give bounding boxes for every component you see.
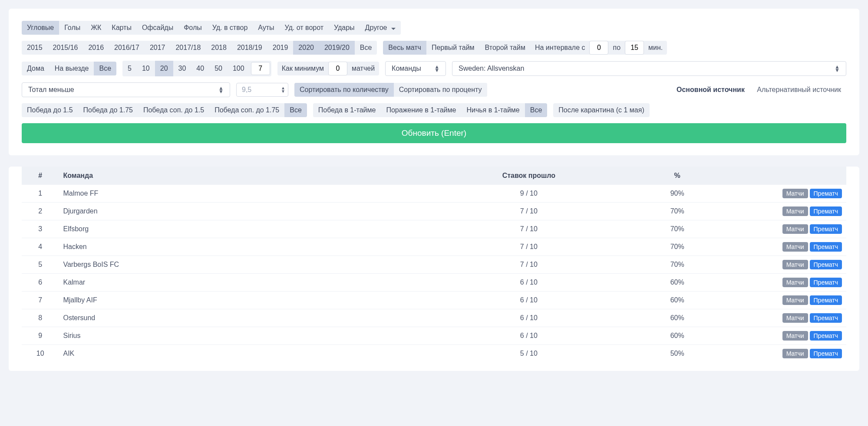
venue-2[interactable]: Все [94,62,116,75]
count-20[interactable]: 20 [155,61,173,76]
period-2[interactable]: Второй тайм [480,41,531,55]
update-button[interactable]: Обновить (Enter) [22,123,846,143]
teams-select[interactable]: Команды [385,61,446,76]
season-tab-3[interactable]: 2016/17 [109,41,145,55]
stat-tab-4[interactable]: Офсайды [137,21,178,35]
cell-team: Sirius [59,327,438,345]
cell-actions: МатчиПрематч [735,256,846,274]
prematch-button[interactable]: Прематч [810,349,842,358]
prematch-button[interactable]: Прематч [810,278,842,287]
season-tab-7[interactable]: 2018/19 [232,41,267,55]
matches-button[interactable]: Матчи [782,189,808,198]
half-3[interactable]: Все [525,103,548,117]
prematch-button[interactable]: Прематч [810,189,842,198]
count-100[interactable]: 100 [228,61,250,76]
count-custom-input[interactable] [251,62,270,75]
table-row: 4Hacken7 / 1070%МатчиПрематч [22,238,846,256]
matches-button[interactable]: Матчи [782,224,808,234]
wins-3[interactable]: Победа соп. до 1.75 [209,103,284,117]
count-50[interactable]: 50 [209,61,228,76]
half-0[interactable]: Победа в 1-тайме [313,103,381,117]
season-tab-1[interactable]: 2015/16 [48,41,83,55]
stat-tab-8[interactable]: Уд. от ворот [280,21,329,35]
count-5[interactable]: 5 [122,61,137,76]
season-tab-10[interactable]: 2019/20 [319,41,355,55]
prematch-button[interactable]: Прематч [810,224,842,234]
cell-num: 8 [22,309,59,327]
season-tab-6[interactable]: 2018 [206,41,232,55]
matches-button[interactable]: Матчи [782,295,808,305]
venue-0[interactable]: Дома [22,62,50,75]
stat-tab-7[interactable]: Ауты [253,21,279,35]
period-0[interactable]: Весь матч [383,41,426,55]
source-main[interactable]: Основной источник [671,83,750,96]
count-10[interactable]: 10 [137,61,155,76]
wins-0[interactable]: Победа до 1.5 [22,103,78,117]
period-group: Весь матчПервый таймВторой таймНа интерв… [383,41,667,55]
venue-1[interactable]: На выезде [50,62,94,75]
stat-tab-10[interactable]: Другое [360,21,401,35]
matches-button[interactable]: Матчи [782,349,808,358]
league-select[interactable]: Sweden: Allsvenskan [452,61,846,76]
count-30[interactable]: 30 [173,61,191,76]
total-type-select[interactable]: Тотал меньше [22,82,230,97]
interval-from-input[interactable] [589,41,608,55]
quarantine-btn[interactable]: После карантина (с 1 мая) [553,103,649,117]
total-value-input[interactable]: 9,5 [236,83,288,97]
cell-num: 6 [22,274,59,292]
wins-group: Победа до 1.5Победа до 1.75Победа соп. д… [22,103,307,117]
prematch-button[interactable]: Прематч [810,313,842,323]
wins-1[interactable]: Победа до 1.75 [78,103,138,117]
cell-bets: 7 / 10 [438,238,620,256]
spinner-icon[interactable] [281,86,285,93]
period-1[interactable]: Первый тайм [426,41,480,55]
wins-2[interactable]: Победа соп. до 1.5 [138,103,209,117]
results-card: # Команда Ставок прошло % 1Malmoe FF9 / … [9,167,859,371]
season-tab-8[interactable]: 2019 [267,41,294,55]
cell-team: AIK [59,345,438,363]
stat-tab-3[interactable]: Карты [106,21,137,35]
prematch-button[interactable]: Прематч [810,242,842,252]
matches-button[interactable]: Матчи [782,242,808,252]
count-40[interactable]: 40 [191,61,209,76]
half-2[interactable]: Ничья в 1-тайме [461,103,525,117]
stat-tab-0[interactable]: Угловые [22,21,59,35]
cell-pct: 70% [620,203,735,220]
th-bets: Ставок прошло [438,167,620,185]
min-matches-input[interactable] [328,62,347,75]
sort-by-count[interactable]: Сортировать по количеству [294,83,394,97]
prematch-button[interactable]: Прематч [810,206,842,216]
cell-bets: 7 / 10 [438,256,620,274]
sort-by-percent[interactable]: Сортировать по проценту [394,83,487,97]
source-alt[interactable]: Альтернативный источник [752,83,846,96]
interval-to-input[interactable] [625,41,644,55]
wins-4[interactable]: Все [284,103,307,117]
cell-num: 1 [22,185,59,203]
half-1[interactable]: Поражение в 1-тайме [381,103,461,117]
season-tab-5[interactable]: 2017/18 [170,41,206,55]
prematch-button[interactable]: Прематч [810,260,842,269]
cell-bets: 9 / 10 [438,185,620,203]
stat-tab-1[interactable]: Голы [59,21,86,35]
matches-button[interactable]: Матчи [782,331,808,341]
season-tab-0[interactable]: 2015 [22,41,48,55]
season-tab-4[interactable]: 2017 [145,41,171,55]
cell-actions: МатчиПрематч [735,327,846,345]
cell-team: Kalmar [59,274,438,292]
season-tab-11[interactable]: Все [355,41,377,55]
prematch-button[interactable]: Прематч [810,295,842,305]
prematch-button[interactable]: Прематч [810,331,842,341]
table-row: 3Elfsborg7 / 1070%МатчиПрематч [22,220,846,238]
season-tab-2[interactable]: 2016 [83,41,109,55]
stat-tab-2[interactable]: ЖК [86,21,106,35]
matches-button[interactable]: Матчи [782,260,808,269]
sort-group: Сортировать по количеству Сортировать по… [294,83,487,97]
stat-tab-9[interactable]: Удары [329,21,360,35]
matches-button[interactable]: Матчи [782,278,808,287]
caret-icon [835,65,840,72]
matches-button[interactable]: Матчи [782,206,808,216]
matches-button[interactable]: Матчи [782,313,808,323]
stat-tab-5[interactable]: Фолы [178,21,207,35]
season-tab-9[interactable]: 2020 [293,41,319,55]
stat-tab-6[interactable]: Уд. в створ [207,21,253,35]
